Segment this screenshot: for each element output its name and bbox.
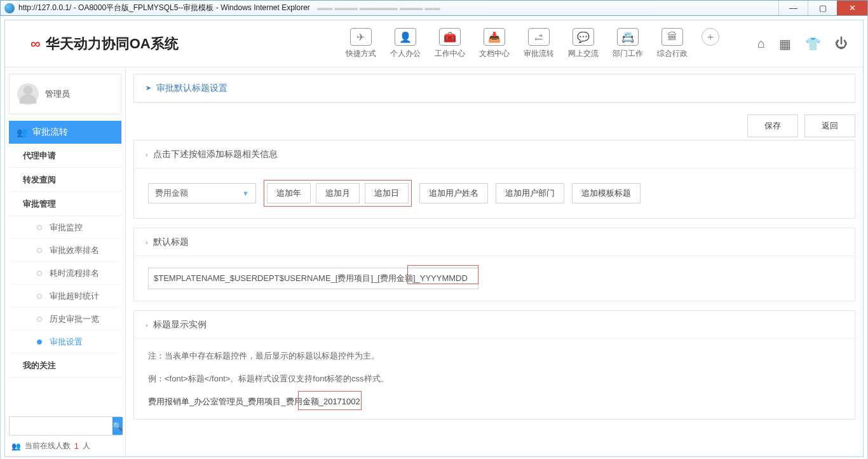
append-template-button[interactable]: 追加模板标题 [572,183,641,203]
sub-timeout[interactable]: 审批超时统计 [9,285,121,308]
nav-exchange[interactable]: 💬网上交流 [568,28,599,59]
card-icon: 📇 [617,28,639,46]
user-box: 管理员 [9,74,121,114]
header-tools: ⌂ ▦ 👕 ⏻ [757,36,848,51]
sub-history[interactable]: 历史审批一览 [9,308,121,331]
power-icon[interactable]: ⏻ [835,36,848,51]
browser-titlebar: http://127.0.0.1/ - OA8000平台版_FPLMYSQL5-… [0,0,868,16]
append-year-button[interactable]: 追加年 [267,183,311,203]
search-input[interactable] [10,417,112,435]
chevron-icon: › [146,238,148,246]
close-button[interactable]: ✕ [837,1,867,15]
page-title: 审批默认标题设置 [156,83,227,94]
apps-icon[interactable]: ▦ [779,36,791,51]
main-content: ➤ 审批默认标题设置 保存 返回 ›点击下述按钮添加标题相关信息 费用金额 ▼ [126,67,863,456]
sub-monitor[interactable]: 审批监控 [9,216,121,239]
nav-approval[interactable]: ⥄审批流转 [524,28,554,59]
username: 管理员 [45,88,70,100]
note-1: 注：当表单中存在标题控件，最后显示的标题以标题控件为主。 [148,350,841,362]
avatar-icon [17,83,39,105]
people-icon: 👥 [11,442,21,451]
top-nav: ✈快捷方式 👤个人办公 🧰工作中心 📥文档中心 ⥄审批流转 💬网上交流 📇部门工… [346,28,719,59]
sub-time[interactable]: 耗时流程排名 [9,262,121,285]
panel-default-title: ›默认标题 $TEMPLATENAME_$USERDEPT$USERNAME_[… [133,228,855,301]
send-icon: ✈ [350,28,372,46]
maximize-button[interactable]: ▢ [808,1,837,15]
sidebar-section-approval[interactable]: 👥 审批流转 [9,121,121,144]
example-text: 费用报销单_办公室管理员_费用项目_费用金额_20171002 [148,397,360,406]
append-day-button[interactable]: 追加日 [365,183,409,203]
append-username-button[interactable]: 追加用户姓名 [419,183,488,203]
note-2: 例：<font>标题</font>。标题样式设置仅支持font标签的css样式。 [148,373,841,385]
panel-add-info: ›点击下述按钮添加标题相关信息 费用金额 ▼ 追加年 追加月 追加日 追加用户姓… [133,140,855,219]
panel-page-title: ➤ 审批默认标题设置 [133,74,855,103]
online-status: 👥 当前在线人数 1人 [9,435,121,451]
append-userdept-button[interactable]: 追加用户部门 [496,183,564,203]
brand: ∞ 华天动力协同OA系统 [31,34,179,53]
shirt-icon[interactable]: 👕 [805,36,821,51]
sub-settings[interactable]: 审批设置 [9,331,121,353]
sidebar-search: 🔍 [9,416,121,435]
nav-dept[interactable]: 📇部门工作 [613,28,643,59]
sidebar-item-proxy[interactable]: 代理申请 [9,144,121,168]
person-icon: 👤 [395,28,416,46]
nav-personal[interactable]: 👤个人办公 [390,28,421,59]
nav-admin[interactable]: 🏛综合行政 [657,28,688,59]
inbox-icon: 📥 [484,28,505,46]
highlight-date-buttons: 追加年 追加月 追加日 [264,180,412,207]
append-month-button[interactable]: 追加月 [316,183,360,203]
save-button[interactable]: 保存 [747,114,798,137]
people-icon: 👥 [17,127,27,137]
action-row: 保存 返回 [133,112,855,140]
sidebar-item-manage[interactable]: 审批管理 [9,192,121,216]
back-button[interactable]: 返回 [804,114,855,137]
nav-work[interactable]: 🧰工作中心 [435,28,465,59]
flow-icon: ⥄ [528,28,550,46]
sub-efficiency[interactable]: 审批效率排名 [9,239,121,262]
field-select[interactable]: 费用金额 ▼ [148,183,256,203]
plus-icon: ＋ [702,28,719,46]
title-input[interactable]: $TEMPLATENAME_$USERDEPT$USERNAME_[费用项目]_… [148,268,478,289]
search-button[interactable]: 🔍 [112,417,123,435]
ie-icon [4,3,15,13]
chevron-icon: › [146,321,148,329]
sidebar-item-concern[interactable]: 我的关注 [9,353,121,378]
sidebar-item-forward[interactable]: 转发查阅 [9,168,121,192]
nav-shortcut[interactable]: ✈快捷方式 [346,28,376,59]
chevron-icon: › [146,151,148,158]
address-title: http://127.0.0.1/ - OA8000平台版_FPLMYSQL5-… [18,3,778,13]
building-icon: 🏛 [661,28,683,46]
home-icon[interactable]: ⌂ [757,36,765,51]
chat-icon: 💬 [573,28,594,46]
minimize-button[interactable]: — [778,1,808,15]
logo-icon: ∞ [31,36,41,52]
briefcase-icon: 🧰 [439,28,461,46]
app-header: ∞ 华天动力协同OA系统 ✈快捷方式 👤个人办公 🧰工作中心 📥文档中心 ⥄审批… [5,20,863,67]
nav-add[interactable]: ＋ [702,28,719,46]
arrow-icon: ➤ [146,84,151,92]
sidebar: 管理员 👥 审批流转 代理申请 转发查阅 审批管理 审批监控 审批效率排名 耗时… [5,67,126,456]
nav-docs[interactable]: 📥文档中心 [479,28,510,59]
panel-example: ›标题显示实例 注：当表单中存在标题控件，最后显示的标题以标题控件为主。 例：<… [133,310,855,420]
chevron-down-icon: ▼ [242,189,249,197]
